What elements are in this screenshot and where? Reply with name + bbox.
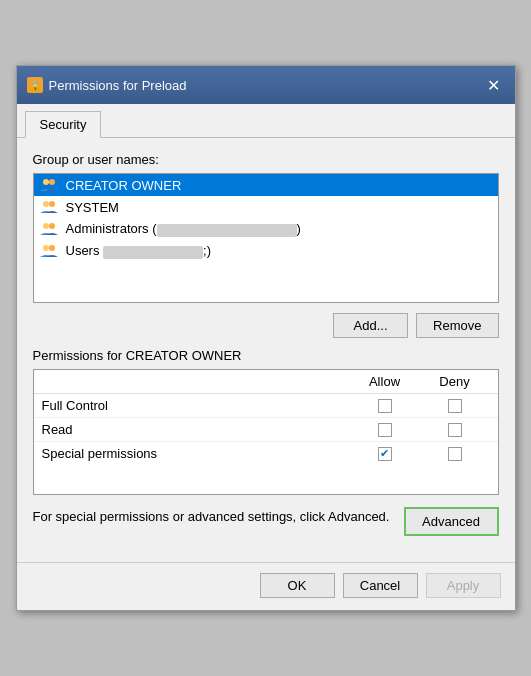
list-item[interactable]: Administrators () bbox=[34, 218, 498, 240]
deny-checkbox-cell bbox=[420, 423, 490, 437]
perm-name: Full Control bbox=[42, 398, 350, 413]
permissions-dialog: 🔒 Permissions for Preload ✕ Security Gro… bbox=[16, 65, 516, 611]
deny-checkbox[interactable] bbox=[448, 423, 462, 437]
deny-checkbox[interactable] bbox=[448, 399, 462, 413]
svg-point-5 bbox=[49, 223, 55, 229]
permissions-label: Permissions for CREATOR OWNER bbox=[33, 348, 499, 363]
col-deny: Deny bbox=[420, 374, 490, 389]
deny-checkbox-cell bbox=[420, 447, 490, 461]
add-remove-row: Add... Remove bbox=[33, 313, 499, 338]
bottom-bar: OK Cancel Apply bbox=[17, 562, 515, 610]
list-item[interactable]: SYSTEM bbox=[34, 196, 498, 218]
tab-security[interactable]: Security bbox=[25, 111, 102, 138]
tab-bar: Security bbox=[17, 104, 515, 138]
deny-checkbox-cell bbox=[420, 399, 490, 413]
svg-point-2 bbox=[43, 201, 49, 207]
close-button[interactable]: ✕ bbox=[483, 74, 505, 96]
permissions-table-header: Allow Deny bbox=[34, 370, 498, 394]
svg-point-0 bbox=[43, 179, 49, 185]
user-name: CREATOR OWNER bbox=[66, 178, 182, 193]
svg-point-6 bbox=[43, 245, 49, 251]
user-name: SYSTEM bbox=[66, 200, 119, 215]
dialog-title: Permissions for Preload bbox=[49, 78, 187, 93]
dialog-content: Group or user names: CREATOR OWNER bbox=[17, 138, 515, 562]
permissions-row: Special permissions ✔ bbox=[34, 442, 498, 465]
apply-button[interactable]: Apply bbox=[426, 573, 501, 598]
group-label: Group or user names: bbox=[33, 152, 499, 167]
user-name: Users ;) bbox=[66, 243, 212, 258]
add-button[interactable]: Add... bbox=[333, 313, 408, 338]
svg-point-1 bbox=[49, 179, 55, 185]
user-list[interactable]: CREATOR OWNER SYSTEM bbox=[33, 173, 499, 303]
list-item[interactable]: Users ;) bbox=[34, 240, 498, 262]
allow-checkbox[interactable] bbox=[378, 423, 392, 437]
allow-checkbox-cell bbox=[350, 399, 420, 413]
allow-checkbox-cell: ✔ bbox=[350, 447, 420, 461]
title-bar-left: 🔒 Permissions for Preload bbox=[27, 77, 187, 93]
user-group-icon bbox=[40, 221, 60, 237]
perm-name: Read bbox=[42, 422, 350, 437]
dialog-icon: 🔒 bbox=[27, 77, 43, 93]
col-allow: Allow bbox=[350, 374, 420, 389]
perm-name: Special permissions bbox=[42, 446, 350, 461]
user-name: Administrators () bbox=[66, 221, 301, 236]
svg-point-4 bbox=[43, 223, 49, 229]
allow-checkbox-cell bbox=[350, 423, 420, 437]
cancel-button[interactable]: Cancel bbox=[343, 573, 418, 598]
advanced-description: For special permissions or advanced sett… bbox=[33, 507, 394, 527]
list-item[interactable]: CREATOR OWNER bbox=[34, 174, 498, 196]
user-group-icon bbox=[40, 243, 60, 259]
deny-checkbox[interactable] bbox=[448, 447, 462, 461]
allow-checkbox[interactable]: ✔ bbox=[378, 447, 392, 461]
permissions-table: Allow Deny Full Control Read bbox=[33, 369, 499, 495]
svg-point-7 bbox=[49, 245, 55, 251]
allow-checkbox[interactable] bbox=[378, 399, 392, 413]
title-bar: 🔒 Permissions for Preload ✕ bbox=[17, 66, 515, 104]
remove-button[interactable]: Remove bbox=[416, 313, 498, 338]
permissions-row: Read bbox=[34, 418, 498, 442]
svg-point-3 bbox=[49, 201, 55, 207]
ok-button[interactable]: OK bbox=[260, 573, 335, 598]
advanced-row: For special permissions or advanced sett… bbox=[33, 507, 499, 536]
permissions-table-body: Full Control Read bbox=[34, 394, 498, 494]
col-name bbox=[42, 374, 350, 389]
advanced-button[interactable]: Advanced bbox=[404, 507, 499, 536]
user-group-icon bbox=[40, 177, 60, 193]
user-group-icon bbox=[40, 199, 60, 215]
permissions-row: Full Control bbox=[34, 394, 498, 418]
